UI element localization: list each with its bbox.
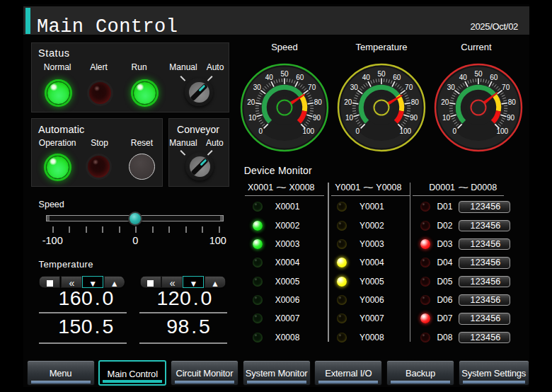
svg-text:80: 80 xyxy=(411,98,420,106)
svg-text:60: 60 xyxy=(296,74,304,81)
svg-text:30: 30 xyxy=(350,83,359,91)
svg-text:50: 50 xyxy=(280,70,289,78)
svg-text:20: 20 xyxy=(441,98,449,106)
svg-text:90: 90 xyxy=(410,114,418,122)
svg-text:60: 60 xyxy=(393,74,401,81)
svg-text:80: 80 xyxy=(314,98,323,106)
svg-text:90: 90 xyxy=(507,114,515,122)
svg-text:70: 70 xyxy=(502,83,510,91)
svg-text:100: 100 xyxy=(496,127,508,135)
svg-text:60: 60 xyxy=(490,74,498,81)
svg-text:20: 20 xyxy=(247,98,255,106)
svg-text:30: 30 xyxy=(447,83,456,91)
svg-text:0: 0 xyxy=(258,127,263,135)
svg-text:10: 10 xyxy=(248,114,257,122)
svg-text:50: 50 xyxy=(474,70,483,78)
svg-text:0: 0 xyxy=(355,127,360,135)
svg-text:0: 0 xyxy=(452,127,456,135)
svg-text:80: 80 xyxy=(508,98,517,106)
svg-text:10: 10 xyxy=(345,114,354,122)
svg-text:90: 90 xyxy=(313,114,321,122)
svg-text:40: 40 xyxy=(459,74,468,81)
svg-text:40: 40 xyxy=(265,74,274,81)
svg-text:70: 70 xyxy=(405,83,413,91)
svg-text:100: 100 xyxy=(399,127,411,135)
svg-text:40: 40 xyxy=(362,74,371,81)
svg-text:70: 70 xyxy=(308,83,316,91)
svg-text:30: 30 xyxy=(253,83,262,91)
svg-text:10: 10 xyxy=(442,114,451,122)
svg-text:100: 100 xyxy=(302,127,314,135)
svg-text:20: 20 xyxy=(344,98,352,106)
svg-text:50: 50 xyxy=(377,70,386,78)
